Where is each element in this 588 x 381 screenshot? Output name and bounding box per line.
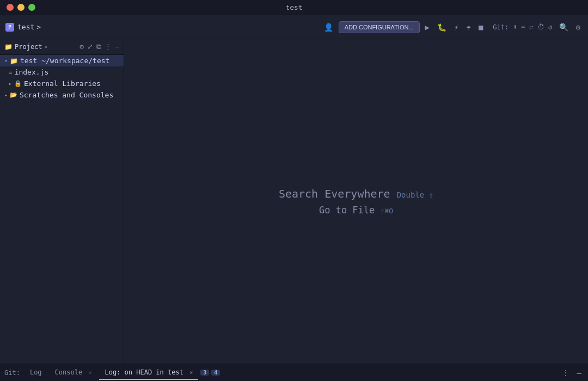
sidebar-extlib-label: External Libraries (24, 79, 101, 88)
minimize-button[interactable] (17, 4, 24, 11)
goto-kbd: ⇧⌘O (381, 207, 393, 215)
sidebar-header-title: Project (15, 43, 42, 51)
window-title: test (285, 3, 302, 11)
sidebar-item-external-libraries[interactable]: ▸ 🔒 External Libraries (0, 78, 124, 89)
console-close-icon[interactable]: × (88, 370, 91, 376)
top-toolbar: P test > 👤 ADD CONFIGURATION... ▶ 🐛 ⚡ ☂ … (0, 15, 588, 39)
project-icon: P (5, 23, 14, 32)
close-button[interactable] (7, 4, 14, 11)
toolbar-right-actions: 👤 ADD CONFIGURATION... ▶ 🐛 ⚡ ☂ ■ Git: ⬇ … (322, 21, 583, 33)
sidebar-header: 📁 Project ▾ ⚙ ⤢ ⧉ ⋮ — (0, 39, 124, 55)
tab-console[interactable]: Console × (50, 366, 97, 380)
test-folder-icon: 📁 (10, 57, 18, 65)
sidebar-test-label: test ~/workspace/test (20, 57, 109, 65)
maximize-button[interactable] (28, 4, 35, 11)
sidebar: 📁 Project ▾ ⚙ ⤢ ⧉ ⋮ — ▾ 📁 test ~/workspa… (0, 39, 124, 364)
add-configuration-button[interactable]: ADD CONFIGURATION... (339, 21, 420, 33)
search-label: Search Everywhere (279, 187, 390, 200)
goto-label: Go to File (319, 205, 375, 216)
titlebar: test (0, 0, 588, 15)
git-actions: ⬇ ➡ ⇌ ⏱ ↺ (512, 22, 553, 32)
sidebar-item-indexjs[interactable]: ≡ index.js (0, 66, 124, 78)
debug-icon[interactable]: 🐛 (435, 22, 449, 33)
panel-git-label: Git: (4, 369, 20, 377)
sidebar-dropdown-icon: ▾ (45, 44, 48, 50)
git-update-icon[interactable]: ⬇ (512, 22, 518, 32)
log-head-close-icon[interactable]: × (189, 370, 193, 376)
git-history-icon[interactable]: ⏱ (536, 22, 546, 32)
tab-log-head[interactable]: Log: on HEAD in test × (99, 366, 198, 380)
sidebar-float-icon[interactable]: ⧉ (96, 42, 101, 51)
sidebar-header-icons: ⚙ ⤢ ⧉ ⋮ — (79, 42, 119, 51)
user-icon[interactable]: 👤 (322, 22, 335, 33)
search-hint-text: Search Everywhere Double ⇧ (279, 187, 433, 200)
num-badge-4: 4 (211, 370, 220, 376)
panel-action-icons: ⋮ — (560, 367, 584, 378)
project-name: test (17, 23, 34, 31)
center-area: Search Everywhere Double ⇧ Go to File ⇧⌘… (124, 39, 588, 364)
profile-icon[interactable]: ⚡ (452, 22, 461, 33)
sidebar-tree: ▾ 📁 test ~/workspace/test ≡ index.js ▸ 🔒… (0, 55, 124, 364)
sidebar-indexjs-label: index.js (15, 68, 49, 76)
scratch-arrow-icon: ▸ (4, 92, 8, 98)
git-fetch-icon[interactable]: ⇌ (528, 22, 535, 32)
num-badge-3: 3 (200, 370, 209, 376)
sidebar-item-scratches[interactable]: ▸ 📂 Scratches and Consoles (0, 89, 124, 101)
panel-close-icon[interactable]: — (575, 367, 584, 378)
sidebar-item-test[interactable]: ▾ 📁 test ~/workspace/test (0, 55, 124, 66)
search-icon[interactable]: 🔍 (557, 22, 571, 33)
tab-log[interactable]: Log (24, 366, 47, 380)
ext-lib-icon: 🔒 (14, 80, 22, 87)
goto-hint-text: Go to File ⇧⌘O (319, 205, 393, 216)
sidebar-folder-icon: 📁 (4, 43, 13, 51)
search-everywhere-hint: Search Everywhere Double ⇧ (279, 187, 433, 200)
project-chevron: > (36, 23, 41, 31)
sidebar-more-icon[interactable]: ⋮ (105, 42, 112, 51)
panel-tabs: Git: Log Console × Log: on HEAD in test … (0, 364, 588, 381)
panel-more-icon[interactable]: ⋮ (560, 367, 572, 378)
sidebar-scratches-label: Scratches and Consoles (20, 91, 113, 99)
sidebar-close-icon[interactable]: — (115, 42, 119, 51)
coverage-icon[interactable]: ☂ (464, 22, 473, 33)
sidebar-expand-icon[interactable]: ⤢ (87, 42, 93, 51)
arrow-right-icon: ▸ (9, 81, 12, 87)
git-label: Git: (493, 23, 509, 31)
bottom-panel: Git: Log Console × Log: on HEAD in test … (0, 364, 588, 381)
git-push-icon[interactable]: ➡ (520, 22, 526, 32)
goto-file-hint: Go to File ⇧⌘O (319, 205, 393, 216)
js-file-icon: ≡ (9, 69, 13, 76)
stop-icon[interactable]: ■ (476, 22, 485, 33)
settings-icon[interactable]: ⚙ (574, 22, 583, 33)
window-controls (7, 4, 35, 11)
search-kbd: Double ⇧ (397, 190, 433, 199)
arrow-down-icon: ▾ (4, 58, 8, 64)
scratch-folder-icon: 📂 (10, 91, 17, 99)
git-revert-icon[interactable]: ↺ (547, 22, 554, 32)
project-label[interactable]: test > (17, 23, 41, 31)
sidebar-settings-icon[interactable]: ⚙ (79, 42, 84, 51)
main-layout: 📁 Project ▾ ⚙ ⤢ ⧉ ⋮ — ▾ 📁 test ~/workspa… (0, 39, 588, 364)
run-button[interactable]: ▶ (423, 22, 432, 33)
